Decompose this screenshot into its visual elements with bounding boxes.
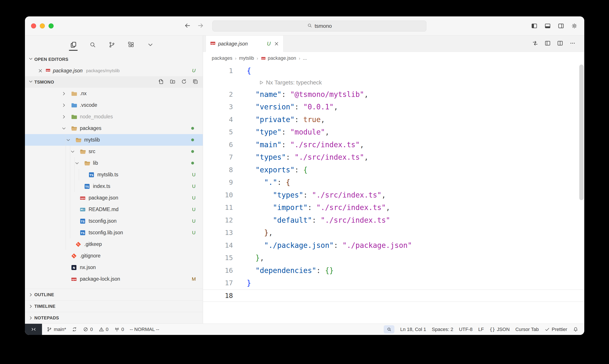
tree-item-.gitkeep[interactable]: .gitkeep	[25, 238, 203, 250]
forward-button[interactable]	[197, 22, 204, 30]
new-folder-button[interactable]	[169, 78, 176, 86]
code-line-12[interactable]: 12 "default": "./src/index.ts"	[203, 214, 584, 227]
status-branch[interactable]: main*	[44, 324, 69, 335]
activity-search[interactable]	[89, 38, 96, 52]
tab-close-slot[interactable]	[274, 41, 279, 47]
tree-item-lib[interactable]: lib	[25, 157, 203, 169]
twisty-src[interactable]	[70, 149, 79, 155]
status-cursor-tab[interactable]: Cursor Tab	[513, 324, 542, 335]
tree-item-index.ts[interactable]: TSindex.tsU	[25, 181, 203, 192]
tab-package-json[interactable]: npm package.json U	[206, 36, 284, 52]
tree-item-.nx[interactable]: .nx	[25, 88, 203, 99]
status-warnings[interactable]: 0	[96, 324, 111, 335]
status-zoom[interactable]	[381, 324, 397, 335]
tree-item-node_modules[interactable]: node_modules	[25, 111, 203, 122]
code-line-8[interactable]: 8 "exports": {	[203, 164, 584, 176]
status-errors[interactable]: 0	[80, 324, 96, 335]
command-center-search[interactable]: tsmono	[212, 21, 426, 31]
code-line-7[interactable]: 7 "types": "./src/index.ts",	[203, 151, 584, 164]
tree-item-README.md[interactable]: M↓README.mdU	[25, 204, 203, 215]
tree-item-mytslib[interactable]: mytslib	[25, 134, 203, 146]
breadcrumb-item-packagejson[interactable]: npmpackage.json	[261, 55, 296, 61]
open-editors-header[interactable]: OPEN EDITORS	[25, 53, 203, 65]
twisty-mytslib[interactable]	[65, 137, 75, 143]
twisty-node_modules[interactable]	[61, 114, 71, 120]
twisty-.nx[interactable]	[61, 91, 71, 96]
activity-source-control[interactable]	[108, 38, 116, 52]
code-line-4[interactable]: 4 "private": true,	[203, 113, 584, 126]
more-actions-button[interactable]	[569, 40, 576, 48]
code-line-6[interactable]: 6 "main": "./src/index.ts",	[203, 139, 584, 151]
breadcrumb-item-packages[interactable]: packages	[212, 55, 232, 61]
status-indentation[interactable]: Spaces: 2	[429, 324, 456, 335]
status-notifications[interactable]	[570, 324, 581, 335]
minimize-window-button[interactable]	[40, 23, 45, 28]
code-editor[interactable]: 1{Nx Targets: typecheck2 "name": "@tsmon…	[203, 65, 584, 324]
tree-item-.gitignore[interactable]: .gitignore	[25, 250, 203, 262]
code-line-14[interactable]: 14 "./package.json": "./package.json"	[203, 239, 584, 252]
twisty-packages[interactable]	[61, 126, 71, 131]
tree-item-packages[interactable]: packages	[25, 122, 203, 134]
toggle-secondary-sidebar-button[interactable]	[557, 23, 564, 29]
code-line-16[interactable]: 16 "dependencies": {}	[203, 264, 584, 277]
toggle-primary-sidebar-button[interactable]	[531, 23, 538, 29]
new-file-button[interactable]	[158, 78, 164, 86]
status-language[interactable]: {}JSON	[487, 324, 513, 335]
twisty-.vscode[interactable]	[61, 102, 71, 108]
editor-scrollbar[interactable]	[579, 65, 584, 200]
code-line-3[interactable]: 3 "version": "0.0.1",	[203, 101, 584, 113]
section-timeline[interactable]: TIMELINE	[25, 300, 203, 312]
token: ,	[381, 191, 386, 199]
twisty-lib[interactable]	[74, 160, 84, 166]
code-line-10[interactable]: 10 "types": "./src/index.ts",	[203, 189, 584, 201]
breadcrumb-item-more[interactable]: ...	[303, 55, 307, 61]
tree-item-.vscode[interactable]: .vscode	[25, 99, 203, 111]
tree-item-src[interactable]: src	[25, 146, 203, 157]
collapse-all-button[interactable]	[192, 78, 198, 86]
tree-item-mytslib.ts[interactable]: TSmytslib.tsU	[25, 169, 203, 181]
zoom-window-button[interactable]	[49, 23, 54, 28]
split-editor-button[interactable]	[557, 40, 563, 48]
settings-gear-button[interactable]	[571, 23, 578, 29]
code-line-1[interactable]: 1{	[203, 65, 584, 77]
code-line-9[interactable]: 9 ".": {	[203, 176, 584, 189]
status-cursor-position[interactable]: Ln 18, Col 1	[397, 324, 429, 335]
activity-explorer[interactable]	[69, 38, 77, 52]
explorer-section-header[interactable]: TSMONO	[25, 76, 203, 88]
codelens[interactable]: Nx Targets: typecheck	[203, 77, 584, 88]
toggle-layout-button[interactable]	[544, 40, 551, 48]
status-vim-mode[interactable]: -- NORMAL --	[127, 324, 162, 335]
status-ports[interactable]: 0	[111, 324, 127, 335]
section-notepads[interactable]: NOTEPADS	[25, 312, 203, 324]
titlebar[interactable]: tsmono	[25, 16, 584, 36]
refresh-button[interactable]	[181, 78, 187, 86]
breadcrumb-item-mytslib[interactable]: mytslib	[239, 55, 254, 61]
tree-item-tsconfig.json[interactable]: TStsconfig.jsonU	[25, 215, 203, 227]
code-line-2[interactable]: 2 "name": "@tsmono/mytslib",	[203, 88, 584, 101]
status-eol[interactable]: LF	[475, 324, 487, 335]
open-changes-button[interactable]	[532, 40, 539, 48]
activity-more[interactable]	[146, 38, 154, 52]
code-line-18[interactable]: 18	[203, 289, 584, 302]
code-line-13[interactable]: 13 },	[203, 226, 584, 239]
tree-item-nx.json[interactable]: Nnx.json	[25, 262, 203, 273]
code-line-11[interactable]: 11 "import": "./src/index.ts",	[203, 201, 584, 214]
status-encoding[interactable]: UTF-8	[456, 324, 475, 335]
open-editor-item[interactable]: npm package.json packages/mytslib U	[25, 65, 203, 76]
token: ,	[364, 90, 368, 99]
code-line-5[interactable]: 5 "type": "module",	[203, 126, 584, 139]
tree-item-package.json[interactable]: npmpackage.jsonU	[25, 192, 203, 204]
back-button[interactable]	[184, 22, 191, 30]
close-window-button[interactable]	[31, 23, 36, 28]
code-line-15[interactable]: 15 },	[203, 252, 584, 264]
toggle-panel-button[interactable]	[544, 23, 551, 29]
code-line-17[interactable]: 17}	[203, 277, 584, 289]
activity-extensions[interactable]	[127, 38, 135, 52]
tree-item-tsconfig.lib.json[interactable]: TStsconfig.lib.jsonU	[25, 227, 203, 238]
tree-item-package-lock.json[interactable]: npmpackage-lock.jsonM	[25, 273, 203, 285]
status-sync[interactable]	[69, 324, 80, 335]
status-formatter[interactable]: Prettier	[542, 324, 570, 335]
remote-indicator[interactable]	[25, 324, 42, 335]
close-editor-slot[interactable]	[38, 68, 43, 74]
section-outline[interactable]: OUTLINE	[25, 289, 203, 300]
